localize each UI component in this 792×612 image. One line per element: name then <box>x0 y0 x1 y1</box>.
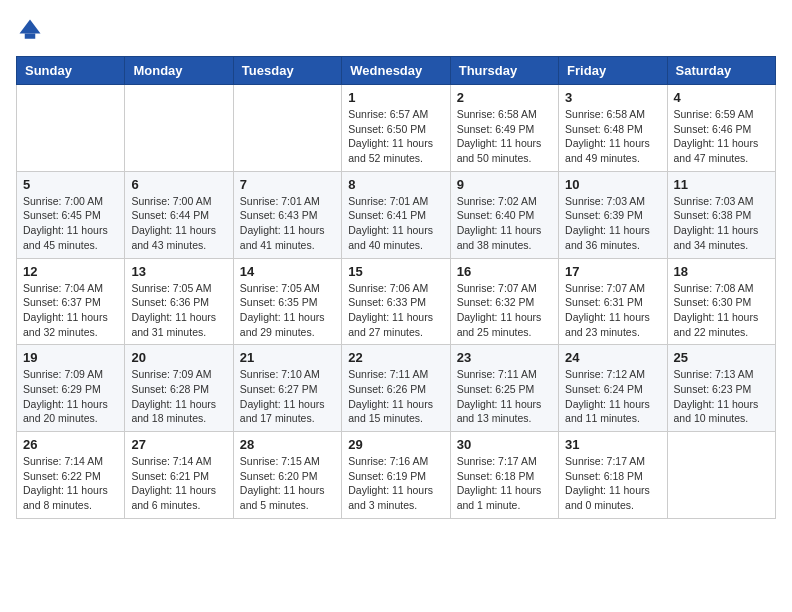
day-number: 27 <box>131 437 226 452</box>
day-info: Sunrise: 7:14 AM Sunset: 6:21 PM Dayligh… <box>131 454 226 513</box>
calendar-cell: 31Sunrise: 7:17 AM Sunset: 6:18 PM Dayli… <box>559 432 667 519</box>
day-number: 20 <box>131 350 226 365</box>
day-info: Sunrise: 7:00 AM Sunset: 6:45 PM Dayligh… <box>23 194 118 253</box>
day-number: 14 <box>240 264 335 279</box>
day-info: Sunrise: 7:17 AM Sunset: 6:18 PM Dayligh… <box>457 454 552 513</box>
calendar-header-row: SundayMondayTuesdayWednesdayThursdayFrid… <box>17 57 776 85</box>
day-info: Sunrise: 7:15 AM Sunset: 6:20 PM Dayligh… <box>240 454 335 513</box>
day-info: Sunrise: 6:58 AM Sunset: 6:48 PM Dayligh… <box>565 107 660 166</box>
svg-marker-0 <box>20 20 41 34</box>
day-number: 29 <box>348 437 443 452</box>
day-info: Sunrise: 7:09 AM Sunset: 6:29 PM Dayligh… <box>23 367 118 426</box>
day-number: 8 <box>348 177 443 192</box>
calendar-cell <box>667 432 775 519</box>
calendar-cell: 5Sunrise: 7:00 AM Sunset: 6:45 PM Daylig… <box>17 171 125 258</box>
calendar-cell: 19Sunrise: 7:09 AM Sunset: 6:29 PM Dayli… <box>17 345 125 432</box>
day-header-monday: Monday <box>125 57 233 85</box>
day-info: Sunrise: 7:07 AM Sunset: 6:31 PM Dayligh… <box>565 281 660 340</box>
day-number: 17 <box>565 264 660 279</box>
calendar-table: SundayMondayTuesdayWednesdayThursdayFrid… <box>16 56 776 519</box>
day-number: 4 <box>674 90 769 105</box>
calendar-cell: 10Sunrise: 7:03 AM Sunset: 6:39 PM Dayli… <box>559 171 667 258</box>
day-info: Sunrise: 7:06 AM Sunset: 6:33 PM Dayligh… <box>348 281 443 340</box>
day-header-thursday: Thursday <box>450 57 558 85</box>
day-number: 26 <box>23 437 118 452</box>
day-info: Sunrise: 7:13 AM Sunset: 6:23 PM Dayligh… <box>674 367 769 426</box>
calendar-week-4: 19Sunrise: 7:09 AM Sunset: 6:29 PM Dayli… <box>17 345 776 432</box>
day-number: 15 <box>348 264 443 279</box>
day-info: Sunrise: 7:11 AM Sunset: 6:26 PM Dayligh… <box>348 367 443 426</box>
day-number: 12 <box>23 264 118 279</box>
day-number: 13 <box>131 264 226 279</box>
day-number: 30 <box>457 437 552 452</box>
day-number: 19 <box>23 350 118 365</box>
calendar-cell: 29Sunrise: 7:16 AM Sunset: 6:19 PM Dayli… <box>342 432 450 519</box>
calendar-cell: 20Sunrise: 7:09 AM Sunset: 6:28 PM Dayli… <box>125 345 233 432</box>
day-info: Sunrise: 7:10 AM Sunset: 6:27 PM Dayligh… <box>240 367 335 426</box>
day-number: 3 <box>565 90 660 105</box>
calendar-cell: 11Sunrise: 7:03 AM Sunset: 6:38 PM Dayli… <box>667 171 775 258</box>
day-info: Sunrise: 7:07 AM Sunset: 6:32 PM Dayligh… <box>457 281 552 340</box>
calendar-cell: 30Sunrise: 7:17 AM Sunset: 6:18 PM Dayli… <box>450 432 558 519</box>
logo-icon <box>16 16 44 44</box>
calendar-cell <box>125 85 233 172</box>
day-info: Sunrise: 7:03 AM Sunset: 6:38 PM Dayligh… <box>674 194 769 253</box>
calendar-cell <box>233 85 341 172</box>
calendar-cell: 27Sunrise: 7:14 AM Sunset: 6:21 PM Dayli… <box>125 432 233 519</box>
day-info: Sunrise: 7:14 AM Sunset: 6:22 PM Dayligh… <box>23 454 118 513</box>
day-header-friday: Friday <box>559 57 667 85</box>
calendar-week-2: 5Sunrise: 7:00 AM Sunset: 6:45 PM Daylig… <box>17 171 776 258</box>
day-number: 6 <box>131 177 226 192</box>
day-number: 16 <box>457 264 552 279</box>
day-info: Sunrise: 7:02 AM Sunset: 6:40 PM Dayligh… <box>457 194 552 253</box>
day-header-saturday: Saturday <box>667 57 775 85</box>
day-number: 31 <box>565 437 660 452</box>
calendar-week-5: 26Sunrise: 7:14 AM Sunset: 6:22 PM Dayli… <box>17 432 776 519</box>
day-info: Sunrise: 6:57 AM Sunset: 6:50 PM Dayligh… <box>348 107 443 166</box>
calendar-cell: 7Sunrise: 7:01 AM Sunset: 6:43 PM Daylig… <box>233 171 341 258</box>
calendar-cell: 23Sunrise: 7:11 AM Sunset: 6:25 PM Dayli… <box>450 345 558 432</box>
calendar-cell: 8Sunrise: 7:01 AM Sunset: 6:41 PM Daylig… <box>342 171 450 258</box>
calendar-cell: 14Sunrise: 7:05 AM Sunset: 6:35 PM Dayli… <box>233 258 341 345</box>
calendar-cell: 18Sunrise: 7:08 AM Sunset: 6:30 PM Dayli… <box>667 258 775 345</box>
calendar-cell: 15Sunrise: 7:06 AM Sunset: 6:33 PM Dayli… <box>342 258 450 345</box>
calendar-cell: 13Sunrise: 7:05 AM Sunset: 6:36 PM Dayli… <box>125 258 233 345</box>
day-header-tuesday: Tuesday <box>233 57 341 85</box>
calendar-cell: 6Sunrise: 7:00 AM Sunset: 6:44 PM Daylig… <box>125 171 233 258</box>
calendar-week-3: 12Sunrise: 7:04 AM Sunset: 6:37 PM Dayli… <box>17 258 776 345</box>
day-number: 10 <box>565 177 660 192</box>
day-number: 1 <box>348 90 443 105</box>
calendar-cell: 22Sunrise: 7:11 AM Sunset: 6:26 PM Dayli… <box>342 345 450 432</box>
day-number: 9 <box>457 177 552 192</box>
calendar-cell: 26Sunrise: 7:14 AM Sunset: 6:22 PM Dayli… <box>17 432 125 519</box>
day-info: Sunrise: 7:11 AM Sunset: 6:25 PM Dayligh… <box>457 367 552 426</box>
day-info: Sunrise: 7:08 AM Sunset: 6:30 PM Dayligh… <box>674 281 769 340</box>
day-info: Sunrise: 7:00 AM Sunset: 6:44 PM Dayligh… <box>131 194 226 253</box>
day-info: Sunrise: 7:17 AM Sunset: 6:18 PM Dayligh… <box>565 454 660 513</box>
day-info: Sunrise: 7:12 AM Sunset: 6:24 PM Dayligh… <box>565 367 660 426</box>
calendar-week-1: 1Sunrise: 6:57 AM Sunset: 6:50 PM Daylig… <box>17 85 776 172</box>
svg-rect-1 <box>25 34 36 39</box>
day-number: 25 <box>674 350 769 365</box>
calendar-cell: 1Sunrise: 6:57 AM Sunset: 6:50 PM Daylig… <box>342 85 450 172</box>
day-number: 22 <box>348 350 443 365</box>
calendar-cell: 24Sunrise: 7:12 AM Sunset: 6:24 PM Dayli… <box>559 345 667 432</box>
page-header <box>16 16 776 44</box>
day-info: Sunrise: 7:09 AM Sunset: 6:28 PM Dayligh… <box>131 367 226 426</box>
day-info: Sunrise: 7:16 AM Sunset: 6:19 PM Dayligh… <box>348 454 443 513</box>
day-number: 18 <box>674 264 769 279</box>
logo <box>16 16 48 44</box>
day-number: 5 <box>23 177 118 192</box>
calendar-cell: 16Sunrise: 7:07 AM Sunset: 6:32 PM Dayli… <box>450 258 558 345</box>
day-info: Sunrise: 7:05 AM Sunset: 6:35 PM Dayligh… <box>240 281 335 340</box>
calendar-cell: 3Sunrise: 6:58 AM Sunset: 6:48 PM Daylig… <box>559 85 667 172</box>
calendar-cell: 12Sunrise: 7:04 AM Sunset: 6:37 PM Dayli… <box>17 258 125 345</box>
calendar-cell <box>17 85 125 172</box>
calendar-cell: 9Sunrise: 7:02 AM Sunset: 6:40 PM Daylig… <box>450 171 558 258</box>
calendar-cell: 2Sunrise: 6:58 AM Sunset: 6:49 PM Daylig… <box>450 85 558 172</box>
day-header-wednesday: Wednesday <box>342 57 450 85</box>
day-number: 28 <box>240 437 335 452</box>
day-info: Sunrise: 7:01 AM Sunset: 6:43 PM Dayligh… <box>240 194 335 253</box>
day-number: 23 <box>457 350 552 365</box>
day-number: 11 <box>674 177 769 192</box>
